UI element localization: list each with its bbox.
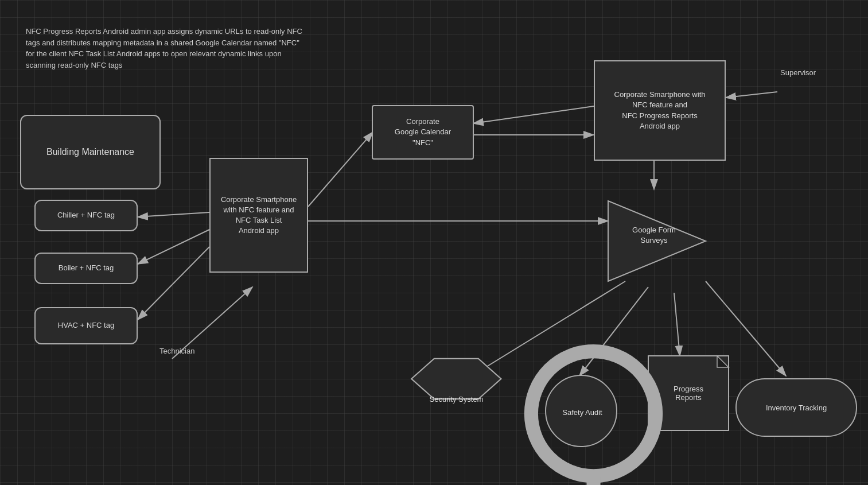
google-form-surveys-label: Google Form Surveys: [617, 212, 691, 258]
safety-audit-label: Safety Audit: [548, 383, 617, 441]
svg-line-11: [476, 281, 625, 373]
svg-line-15: [726, 92, 777, 98]
technician-stickman: Technician: [159, 344, 194, 355]
boiler-box: Boiler + NFC tag: [34, 253, 138, 284]
svg-line-2: [308, 132, 373, 207]
svg-line-3: [473, 106, 594, 123]
supervisor-stickman: Supervisor: [780, 66, 816, 77]
building-maintenance-box: Building Maintenance: [20, 115, 161, 189]
svg-line-8: [138, 230, 209, 264]
corporate-calendar-box: Corporate Google Calendar "NFC": [372, 105, 474, 160]
hvac-box: HVAC + NFC tag: [34, 307, 138, 344]
svg-line-12: [579, 287, 648, 376]
svg-line-7: [138, 212, 209, 217]
progress-reports-label: Progress Reports: [648, 356, 729, 430]
corporate-smartphone-client-box: Corporate Smartphone with NFC feature an…: [209, 158, 308, 273]
chiller-box: Chiller + NFC tag: [34, 200, 138, 231]
corporate-smartphone-admin-box: Corporate Smartphone with NFC feature an…: [594, 60, 726, 161]
security-system-label: Security System: [412, 379, 501, 419]
svg-line-9: [138, 247, 209, 320]
description-text: NFC Progress Reports Android admin app a…: [26, 26, 307, 71]
inventory-tracking-label: Inventory Tracking: [736, 379, 857, 436]
svg-line-13: [674, 293, 680, 356]
